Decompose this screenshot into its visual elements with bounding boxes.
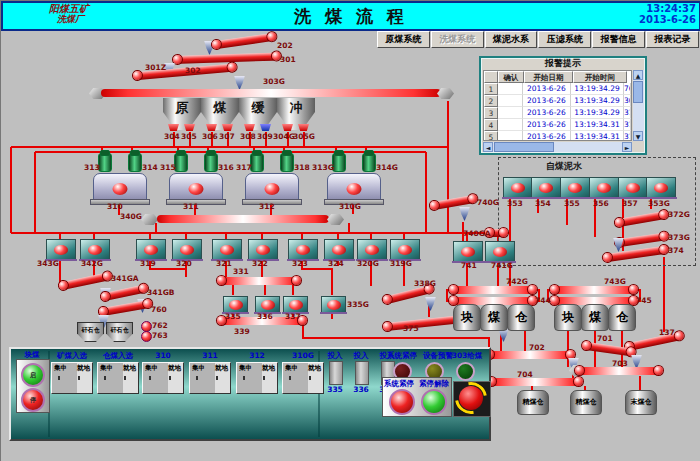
valve-313g-icon (332, 153, 346, 172)
label-313g: 313G (312, 164, 334, 172)
conveyor-742g (453, 286, 533, 294)
mode-box-311[interactable]: 集中就地 (189, 362, 231, 394)
mode-box-312[interactable]: 集中就地 (236, 362, 278, 394)
label-745: 745 (636, 297, 652, 305)
label-340g: 340G (120, 213, 142, 221)
mode-box-310g[interactable]: 集中就地 (282, 362, 324, 394)
bar-335 (329, 361, 343, 385)
label-302: 302 (185, 67, 201, 75)
label-341ga: 341GA (111, 275, 139, 283)
slime-box-title: 自煤泥水 (546, 162, 582, 170)
pump-356 (589, 177, 619, 198)
lamp-label-303-feed: 303给煤 (450, 351, 484, 360)
nav-tabs: 原煤系统 洗煤系统 煤泥水系 压滤系统 报警信息 报表记录 (377, 31, 699, 48)
valve-315-icon (174, 153, 188, 172)
screen-741g (485, 241, 515, 262)
mode-box-310[interactable]: 集中就地 (142, 362, 184, 394)
cell-confirm[interactable] (498, 107, 523, 119)
pump-355 (560, 177, 590, 198)
label-339: 339 (234, 328, 250, 336)
cell-confirm[interactable] (498, 83, 523, 95)
screen-342g (80, 239, 110, 260)
row-num: 3 (484, 107, 498, 119)
emergency-stop-button[interactable] (459, 386, 483, 410)
mode-box-bunker-coal[interactable]: 集中就地 (97, 362, 139, 394)
label-319g: 319G (390, 260, 412, 268)
system-stop-button[interactable] (389, 389, 415, 415)
conveyor-704 (491, 378, 579, 386)
vscroll-thumb[interactable] (633, 81, 643, 103)
valve-316-icon (204, 153, 218, 172)
cell-time: 13:19:34.31 (571, 119, 624, 131)
label-343g: 343G (37, 260, 59, 268)
cell-date: 2013-6-26 (523, 131, 571, 141)
label-374: 374 (668, 247, 684, 255)
cell-date: 2013-6-26 (523, 95, 571, 107)
cell-confirm[interactable] (498, 119, 523, 131)
conveyor-740ga (489, 229, 504, 237)
label-321: 321 (216, 260, 232, 268)
cell-tag: 313斗 (624, 107, 631, 119)
hscroll-thumb[interactable] (494, 142, 554, 152)
label-762: 762 (152, 322, 168, 330)
mode-box-mine-coal[interactable]: 集中就地 (51, 362, 93, 394)
alarm-title: 报警提示 (481, 58, 645, 69)
col-date[interactable]: 开始日期 (524, 71, 573, 83)
cell-confirm[interactable] (498, 131, 523, 141)
alarm-hscrollbar[interactable]: ◄ ► (483, 142, 632, 152)
alarm-row[interactable]: 12013-6-2613:19:34.29760皮 (484, 83, 631, 95)
stop-release-label: 紧停解除 (417, 379, 451, 388)
tab-alarm-info[interactable]: 报警信息 (592, 31, 645, 48)
conveyor-331 (221, 277, 297, 285)
alarm-row[interactable]: 52013-6-2613:19:34.31315斗 (484, 131, 631, 141)
alarm-vscrollbar[interactable]: ▲ ▼ (633, 70, 644, 141)
tab-filter[interactable]: 压滤系统 (538, 31, 591, 48)
label-305g: 305G (293, 133, 315, 141)
scroll-down-icon[interactable]: ▼ (633, 131, 643, 141)
cell-confirm[interactable] (498, 95, 523, 107)
bar-336 (355, 361, 369, 385)
alarm-row[interactable]: 22013-6-2613:19:34.29302皮 (484, 95, 631, 107)
scroll-left-icon[interactable]: ◄ (483, 142, 493, 152)
start-button[interactable]: 启 (21, 363, 45, 387)
mode-right: 就地 (215, 364, 228, 373)
label-320g: 320G (357, 260, 379, 268)
col-confirm[interactable]: 确认 (498, 71, 524, 83)
tab-washing[interactable]: 洗煤系统 (431, 31, 484, 48)
label-331: 331 (233, 268, 249, 276)
label-318: 318 (294, 164, 310, 172)
tab-slime-water[interactable]: 煤泥水系 (485, 31, 538, 48)
mode-right: 就地 (168, 364, 181, 373)
cell-date: 2013-6-26 (523, 119, 571, 131)
col-time[interactable]: 开始时间 (573, 71, 627, 83)
pump-354 (531, 177, 561, 198)
screen-321 (212, 239, 242, 260)
group-label-310: 310 (142, 351, 184, 360)
alarm-row[interactable]: 42013-6-2613:19:34.31314斗 (484, 119, 631, 131)
label-741g: 741G (491, 262, 513, 270)
valve-317-icon (250, 153, 264, 172)
mode-left: 集中 (145, 364, 158, 373)
bar-label-335: 投入 (323, 351, 347, 360)
corner-cell (484, 71, 498, 83)
scroll-right-icon[interactable]: ► (622, 142, 632, 152)
label-314: 314 (142, 164, 158, 172)
label-309: 309 (257, 133, 273, 141)
mode-left: 集中 (192, 364, 205, 373)
lump-silo-1c: 仓 (507, 304, 535, 331)
pump-357 (618, 177, 648, 198)
label-323: 323 (292, 260, 308, 268)
cell-tag: 302皮 (624, 95, 631, 107)
lump-silo-1b: 煤 (480, 304, 508, 331)
cell-time: 13:19:34.31 (571, 131, 624, 141)
stop-release-button[interactable] (421, 389, 447, 415)
scroll-up-icon[interactable]: ▲ (633, 70, 643, 80)
label-313: 313 (84, 164, 100, 172)
screen-319 (136, 239, 166, 260)
tab-reports[interactable]: 报表记录 (646, 31, 699, 48)
page-title: 洗 煤 流 程 (294, 5, 408, 28)
tab-raw-coal[interactable]: 原煤系统 (377, 31, 430, 48)
label-353g: 353G (648, 200, 670, 208)
stop-button[interactable]: 停 (21, 388, 45, 412)
alarm-row[interactable]: 32013-6-2613:19:34.29313斗 (484, 107, 631, 119)
